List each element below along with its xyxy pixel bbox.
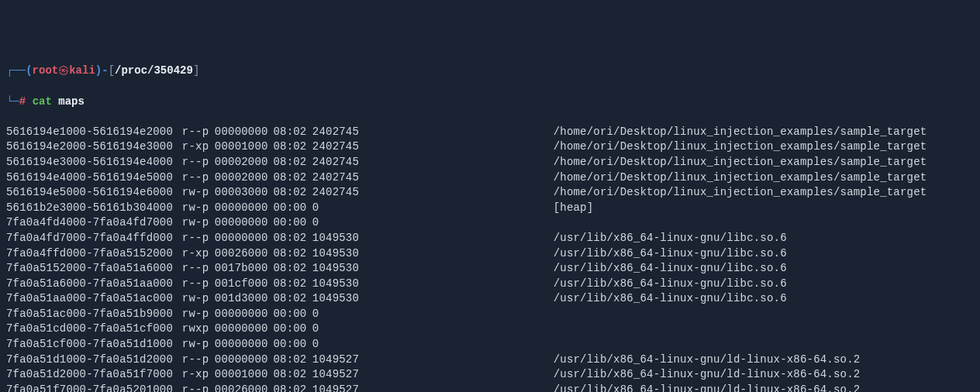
col-address: 56161b2e3000-56161b304000 — [6, 201, 182, 216]
col-inode: 2402745 — [312, 170, 554, 186]
col-offset: 00000000 — [215, 352, 274, 368]
prompt-host: kali — [69, 64, 95, 77]
col-perms: r--p — [182, 125, 215, 140]
maps-row: 7fa0a51a6000-7fa0a51aa000r--p001cf00008:… — [6, 277, 974, 292]
col-address: 7fa0a51aa000-7fa0a51ac000 — [6, 291, 182, 307]
col-dev: 00:00 — [273, 337, 312, 352]
col-offset: 001cf000 — [215, 277, 274, 292]
maps-row: 7fa0a51aa000-7fa0a51ac000rw-p001d300008:… — [6, 291, 974, 307]
col-perms: r--p — [182, 170, 215, 186]
maps-row: 7fa0a51cd000-7fa0a51cf000rwxp0000000000:… — [6, 322, 974, 337]
maps-row: 5616194e3000-5616194e4000r--p0000200008:… — [6, 155, 974, 170]
maps-row: 7fa0a51d2000-7fa0a51f7000r-xp0000100008:… — [6, 367, 974, 383]
maps-row: 7fa0a4fd7000-7fa0a4ffd000r--p0000000008:… — [6, 231, 974, 246]
col-dev: 08:02 — [273, 352, 312, 368]
col-dev: 08:02 — [273, 170, 312, 186]
maps-output: 5616194e1000-5616194e2000r--p0000000008:… — [6, 125, 974, 392]
col-dev: 08:02 — [273, 367, 312, 383]
prompt-line-1: ┌──(root㉿kali)-[/proc/350429] — [6, 64, 974, 79]
col-inode: 1049530 — [312, 231, 554, 246]
col-dev: 00:00 — [273, 201, 312, 216]
col-dev: 08:02 — [273, 155, 312, 170]
col-perms: rw-p — [182, 185, 215, 201]
col-perms: rw-p — [182, 201, 215, 216]
col-perms: r--p — [182, 261, 215, 277]
col-path: /usr/lib/x86_64-linux-gnu/libc.so.6 — [554, 277, 787, 292]
col-offset: 001d3000 — [215, 291, 274, 307]
col-address: 7fa0a4ffd000-7fa0a5152000 — [6, 246, 182, 262]
col-inode: 1049530 — [312, 291, 554, 307]
col-inode: 0 — [312, 322, 554, 337]
col-dev: 08:02 — [273, 383, 312, 392]
col-inode: 0 — [312, 337, 554, 352]
col-address: 7fa0a51cf000-7fa0a51d1000 — [6, 337, 182, 352]
maps-row: 7fa0a51d1000-7fa0a51d2000r--p0000000008:… — [6, 352, 974, 368]
col-address: 5616194e5000-5616194e6000 — [6, 185, 182, 201]
maps-row: 5616194e5000-5616194e6000rw-p0000300008:… — [6, 185, 974, 201]
col-path: /home/ori/Desktop/linux_injection_exampl… — [554, 170, 927, 186]
col-perms: rw-p — [182, 307, 215, 322]
maps-row: 56161b2e3000-56161b304000rw-p0000000000:… — [6, 201, 974, 216]
prompt-corner2-icon: └─ — [6, 95, 19, 108]
col-inode: 1049530 — [312, 246, 554, 262]
col-dev: 08:02 — [273, 185, 312, 201]
col-inode: 2402745 — [312, 139, 554, 155]
col-inode: 0 — [312, 201, 554, 216]
col-path: /usr/lib/x86_64-linux-gnu/ld-linux-x86-6… — [554, 352, 861, 368]
col-offset: 00000000 — [215, 125, 274, 140]
col-address: 5616194e4000-5616194e5000 — [6, 170, 182, 186]
prompt-line-2[interactable]: └─# cat maps — [6, 95, 974, 110]
col-perms: r--p — [182, 352, 215, 368]
col-perms: r--p — [182, 231, 215, 246]
col-inode: 2402745 — [312, 185, 554, 201]
col-offset: 00000000 — [215, 322, 274, 337]
prompt-close-paren: )- — [95, 64, 109, 77]
col-offset: 00000000 — [215, 307, 274, 322]
col-offset: 0017b000 — [215, 261, 274, 277]
col-address: 5616194e2000-5616194e3000 — [6, 139, 182, 155]
col-offset: 00002000 — [215, 170, 274, 186]
command-arg: maps — [52, 95, 85, 108]
col-address: 5616194e3000-5616194e4000 — [6, 155, 182, 170]
col-dev: 08:02 — [273, 291, 312, 307]
col-address: 7fa0a4fd4000-7fa0a4fd7000 — [6, 215, 182, 231]
col-address: 7fa0a51f7000-7fa0a5201000 — [6, 383, 182, 392]
col-offset: 00026000 — [215, 383, 274, 392]
col-path: /usr/lib/x86_64-linux-gnu/ld-linux-x86-6… — [554, 367, 861, 383]
col-perms: r--p — [182, 383, 215, 392]
col-perms: rw-p — [182, 291, 215, 307]
col-path: /home/ori/Desktop/linux_injection_exampl… — [554, 185, 927, 201]
col-inode: 1049527 — [312, 352, 554, 368]
col-path: [heap] — [554, 201, 594, 216]
col-perms: rw-p — [182, 215, 215, 231]
col-address: 7fa0a5152000-7fa0a51a6000 — [6, 261, 182, 277]
bracket-close-icon: ] — [193, 64, 199, 77]
col-perms: r--p — [182, 277, 215, 292]
col-dev: 08:02 — [273, 261, 312, 277]
maps-row: 7fa0a51cf000-7fa0a51d1000rw-p0000000000:… — [6, 337, 974, 352]
col-inode: 2402745 — [312, 125, 554, 140]
maps-row: 7fa0a4ffd000-7fa0a5152000r-xp0002600008:… — [6, 246, 974, 262]
col-address: 5616194e1000-5616194e2000 — [6, 125, 182, 140]
col-dev: 08:02 — [273, 139, 312, 155]
col-offset: 00003000 — [215, 185, 274, 201]
col-address: 7fa0a51d2000-7fa0a51f7000 — [6, 367, 182, 383]
col-address: 7fa0a51a6000-7fa0a51aa000 — [6, 277, 182, 292]
maps-row: 5616194e2000-5616194e3000r-xp0000100008:… — [6, 139, 974, 155]
col-inode: 1049530 — [312, 277, 554, 292]
prompt-user: root — [33, 64, 59, 77]
col-address: 7fa0a51cd000-7fa0a51cf000 — [6, 322, 182, 337]
col-offset: 00000000 — [215, 231, 274, 246]
skull-icon: ㉿ — [58, 64, 69, 77]
col-path: /home/ori/Desktop/linux_injection_exampl… — [554, 125, 927, 140]
col-dev: 08:02 — [273, 277, 312, 292]
col-offset: 00000000 — [215, 201, 274, 216]
col-dev: 08:02 — [273, 246, 312, 262]
col-dev: 08:02 — [273, 125, 312, 140]
prompt-cwd: /proc/350429 — [115, 64, 193, 77]
col-perms: r-xp — [182, 246, 215, 262]
col-perms: r--p — [182, 155, 215, 170]
col-offset: 00001000 — [215, 139, 274, 155]
maps-row: 7fa0a4fd4000-7fa0a4fd7000rw-p0000000000:… — [6, 215, 974, 231]
col-path: /home/ori/Desktop/linux_injection_exampl… — [554, 139, 927, 155]
